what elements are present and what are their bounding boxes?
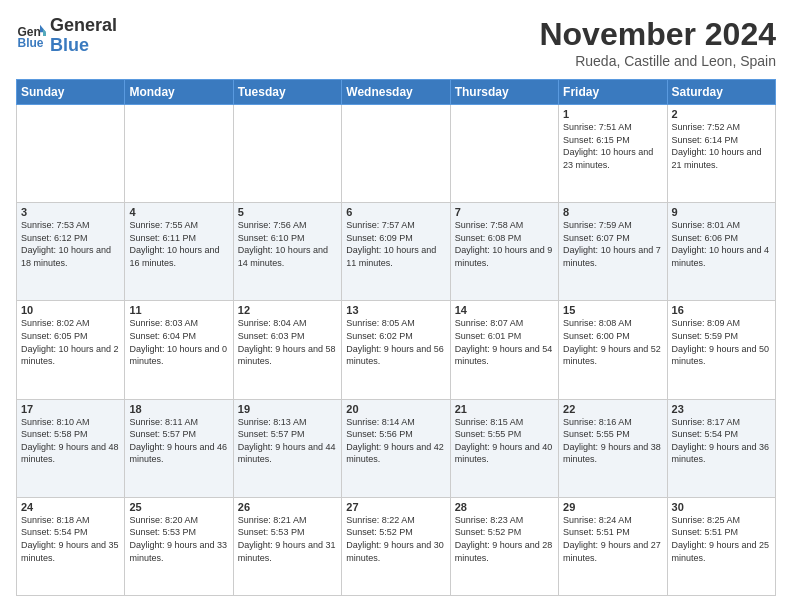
day-info: Sunrise: 8:14 AM Sunset: 5:56 PM Dayligh… xyxy=(346,416,445,466)
calendar-cell: 12Sunrise: 8:04 AM Sunset: 6:03 PM Dayli… xyxy=(233,301,341,399)
day-info: Sunrise: 8:15 AM Sunset: 5:55 PM Dayligh… xyxy=(455,416,554,466)
calendar-cell: 2Sunrise: 7:52 AM Sunset: 6:14 PM Daylig… xyxy=(667,105,775,203)
day-number: 26 xyxy=(238,501,337,513)
calendar-cell: 26Sunrise: 8:21 AM Sunset: 5:53 PM Dayli… xyxy=(233,497,341,595)
day-number: 7 xyxy=(455,206,554,218)
day-info: Sunrise: 8:04 AM Sunset: 6:03 PM Dayligh… xyxy=(238,317,337,367)
day-number: 8 xyxy=(563,206,662,218)
calendar-header: Sunday Monday Tuesday Wednesday Thursday… xyxy=(17,80,776,105)
calendar-cell: 11Sunrise: 8:03 AM Sunset: 6:04 PM Dayli… xyxy=(125,301,233,399)
day-info: Sunrise: 8:18 AM Sunset: 5:54 PM Dayligh… xyxy=(21,514,120,564)
day-number: 5 xyxy=(238,206,337,218)
calendar-cell: 5Sunrise: 7:56 AM Sunset: 6:10 PM Daylig… xyxy=(233,203,341,301)
col-wednesday: Wednesday xyxy=(342,80,450,105)
day-number: 17 xyxy=(21,403,120,415)
day-number: 20 xyxy=(346,403,445,415)
day-info: Sunrise: 8:17 AM Sunset: 5:54 PM Dayligh… xyxy=(672,416,771,466)
col-thursday: Thursday xyxy=(450,80,558,105)
logo-icon: Gen Blue xyxy=(16,21,46,51)
logo-line2: Blue xyxy=(50,36,117,56)
day-number: 21 xyxy=(455,403,554,415)
logo-text: General Blue xyxy=(50,16,117,56)
day-number: 1 xyxy=(563,108,662,120)
col-saturday: Saturday xyxy=(667,80,775,105)
calendar-cell: 10Sunrise: 8:02 AM Sunset: 6:05 PM Dayli… xyxy=(17,301,125,399)
day-info: Sunrise: 7:59 AM Sunset: 6:07 PM Dayligh… xyxy=(563,219,662,269)
calendar-cell: 14Sunrise: 8:07 AM Sunset: 6:01 PM Dayli… xyxy=(450,301,558,399)
day-number: 18 xyxy=(129,403,228,415)
day-info: Sunrise: 8:03 AM Sunset: 6:04 PM Dayligh… xyxy=(129,317,228,367)
day-info: Sunrise: 8:01 AM Sunset: 6:06 PM Dayligh… xyxy=(672,219,771,269)
day-info: Sunrise: 8:25 AM Sunset: 5:51 PM Dayligh… xyxy=(672,514,771,564)
calendar-cell: 6Sunrise: 7:57 AM Sunset: 6:09 PM Daylig… xyxy=(342,203,450,301)
header: Gen Blue General Blue November 2024 Rued… xyxy=(16,16,776,69)
day-info: Sunrise: 7:55 AM Sunset: 6:11 PM Dayligh… xyxy=(129,219,228,269)
calendar-cell: 25Sunrise: 8:20 AM Sunset: 5:53 PM Dayli… xyxy=(125,497,233,595)
calendar-cell: 3Sunrise: 7:53 AM Sunset: 6:12 PM Daylig… xyxy=(17,203,125,301)
calendar-cell: 24Sunrise: 8:18 AM Sunset: 5:54 PM Dayli… xyxy=(17,497,125,595)
month-title: November 2024 xyxy=(539,16,776,53)
day-number: 16 xyxy=(672,304,771,316)
calendar-cell: 15Sunrise: 8:08 AM Sunset: 6:00 PM Dayli… xyxy=(559,301,667,399)
day-number: 28 xyxy=(455,501,554,513)
calendar-cell xyxy=(17,105,125,203)
svg-marker-3 xyxy=(43,28,46,36)
day-info: Sunrise: 8:23 AM Sunset: 5:52 PM Dayligh… xyxy=(455,514,554,564)
calendar-cell: 18Sunrise: 8:11 AM Sunset: 5:57 PM Dayli… xyxy=(125,399,233,497)
calendar-week-0: 1Sunrise: 7:51 AM Sunset: 6:15 PM Daylig… xyxy=(17,105,776,203)
day-info: Sunrise: 8:16 AM Sunset: 5:55 PM Dayligh… xyxy=(563,416,662,466)
day-number: 30 xyxy=(672,501,771,513)
day-info: Sunrise: 7:53 AM Sunset: 6:12 PM Dayligh… xyxy=(21,219,120,269)
day-info: Sunrise: 7:57 AM Sunset: 6:09 PM Dayligh… xyxy=(346,219,445,269)
calendar-week-1: 3Sunrise: 7:53 AM Sunset: 6:12 PM Daylig… xyxy=(17,203,776,301)
calendar-cell: 1Sunrise: 7:51 AM Sunset: 6:15 PM Daylig… xyxy=(559,105,667,203)
day-info: Sunrise: 8:22 AM Sunset: 5:52 PM Dayligh… xyxy=(346,514,445,564)
calendar-table: Sunday Monday Tuesday Wednesday Thursday… xyxy=(16,79,776,596)
logo: Gen Blue General Blue xyxy=(16,16,117,56)
day-number: 14 xyxy=(455,304,554,316)
calendar-cell: 23Sunrise: 8:17 AM Sunset: 5:54 PM Dayli… xyxy=(667,399,775,497)
day-info: Sunrise: 7:58 AM Sunset: 6:08 PM Dayligh… xyxy=(455,219,554,269)
page: Gen Blue General Blue November 2024 Rued… xyxy=(0,0,792,612)
calendar-cell: 16Sunrise: 8:09 AM Sunset: 5:59 PM Dayli… xyxy=(667,301,775,399)
svg-text:Blue: Blue xyxy=(18,36,44,50)
day-info: Sunrise: 8:24 AM Sunset: 5:51 PM Dayligh… xyxy=(563,514,662,564)
day-number: 19 xyxy=(238,403,337,415)
day-number: 15 xyxy=(563,304,662,316)
calendar-cell: 21Sunrise: 8:15 AM Sunset: 5:55 PM Dayli… xyxy=(450,399,558,497)
location-title: Rueda, Castille and Leon, Spain xyxy=(539,53,776,69)
day-number: 29 xyxy=(563,501,662,513)
col-tuesday: Tuesday xyxy=(233,80,341,105)
calendar-cell: 19Sunrise: 8:13 AM Sunset: 5:57 PM Dayli… xyxy=(233,399,341,497)
day-number: 23 xyxy=(672,403,771,415)
day-number: 10 xyxy=(21,304,120,316)
day-number: 24 xyxy=(21,501,120,513)
logo-line1: General xyxy=(50,16,117,36)
day-number: 13 xyxy=(346,304,445,316)
calendar-week-3: 17Sunrise: 8:10 AM Sunset: 5:58 PM Dayli… xyxy=(17,399,776,497)
day-info: Sunrise: 8:20 AM Sunset: 5:53 PM Dayligh… xyxy=(129,514,228,564)
calendar-cell: 9Sunrise: 8:01 AM Sunset: 6:06 PM Daylig… xyxy=(667,203,775,301)
calendar-cell: 20Sunrise: 8:14 AM Sunset: 5:56 PM Dayli… xyxy=(342,399,450,497)
calendar-week-4: 24Sunrise: 8:18 AM Sunset: 5:54 PM Dayli… xyxy=(17,497,776,595)
calendar-cell xyxy=(125,105,233,203)
calendar-cell xyxy=(450,105,558,203)
day-number: 2 xyxy=(672,108,771,120)
day-number: 6 xyxy=(346,206,445,218)
calendar-cell: 30Sunrise: 8:25 AM Sunset: 5:51 PM Dayli… xyxy=(667,497,775,595)
calendar-cell: 4Sunrise: 7:55 AM Sunset: 6:11 PM Daylig… xyxy=(125,203,233,301)
col-friday: Friday xyxy=(559,80,667,105)
day-number: 4 xyxy=(129,206,228,218)
calendar-cell: 7Sunrise: 7:58 AM Sunset: 6:08 PM Daylig… xyxy=(450,203,558,301)
calendar-cell: 8Sunrise: 7:59 AM Sunset: 6:07 PM Daylig… xyxy=(559,203,667,301)
day-info: Sunrise: 7:52 AM Sunset: 6:14 PM Dayligh… xyxy=(672,121,771,171)
header-row: Sunday Monday Tuesday Wednesday Thursday… xyxy=(17,80,776,105)
day-info: Sunrise: 7:51 AM Sunset: 6:15 PM Dayligh… xyxy=(563,121,662,171)
calendar-cell: 29Sunrise: 8:24 AM Sunset: 5:51 PM Dayli… xyxy=(559,497,667,595)
calendar-cell: 28Sunrise: 8:23 AM Sunset: 5:52 PM Dayli… xyxy=(450,497,558,595)
day-info: Sunrise: 8:02 AM Sunset: 6:05 PM Dayligh… xyxy=(21,317,120,367)
calendar-cell: 13Sunrise: 8:05 AM Sunset: 6:02 PM Dayli… xyxy=(342,301,450,399)
day-number: 22 xyxy=(563,403,662,415)
day-info: Sunrise: 7:56 AM Sunset: 6:10 PM Dayligh… xyxy=(238,219,337,269)
day-number: 11 xyxy=(129,304,228,316)
